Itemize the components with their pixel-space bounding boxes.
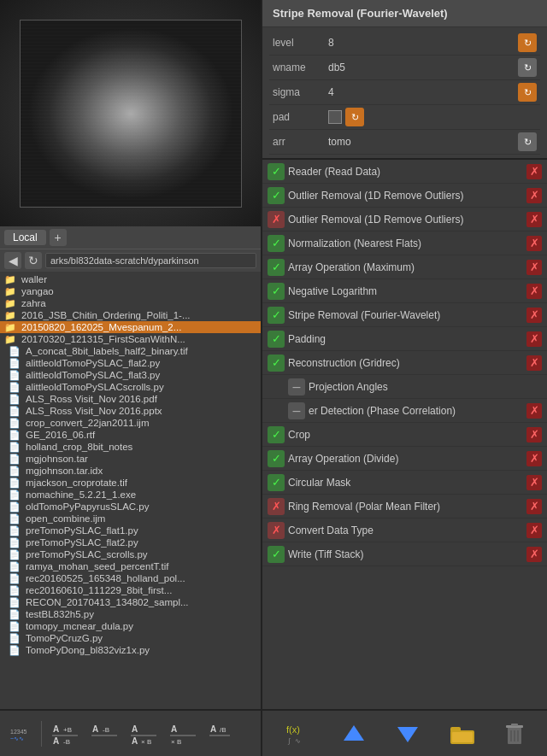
- pipeline-item[interactable]: ✓Outlier Removal (1D Remove Outliers)✗: [262, 184, 547, 208]
- pipeline-item[interactable]: ✓Crop✗: [262, 423, 547, 447]
- file-list-item[interactable]: nomachine_5.2.21_1.exe: [0, 489, 261, 501]
- pipeline-remove-button[interactable]: ✗: [526, 475, 542, 490]
- file-list-item[interactable]: TomoPyCruzG.py: [0, 632, 261, 644]
- pipeline-remove-button[interactable]: ✗: [526, 236, 542, 251]
- pipeline-remove-button[interactable]: ✗: [526, 212, 542, 227]
- svg-text:∿: ∿: [295, 737, 301, 745]
- nav-back-button[interactable]: ◀: [4, 252, 21, 269]
- file-list-item[interactable]: preTomoPySLAC_scrolls.py: [0, 548, 261, 560]
- file-list-item[interactable]: mjackson_croprotate.tif: [0, 477, 261, 489]
- pipeline-remove-button[interactable]: ✗: [526, 451, 542, 466]
- tab-local[interactable]: Local: [4, 230, 46, 245]
- file-list-item[interactable]: GE_2016_06.rtf: [0, 429, 261, 441]
- pipeline-item[interactable]: ✗Ring Removal (Polar Mean Filter)✗: [262, 495, 547, 519]
- pipeline-item[interactable]: –er Detection (Phase Correlation)✗: [262, 399, 547, 423]
- file-list-item[interactable]: 2016_JSB_Chitin_Ordering_Politi_1-...: [0, 309, 261, 321]
- pipeline-remove-button[interactable]: ✗: [526, 523, 542, 538]
- move-up-button[interactable]: [338, 718, 369, 749]
- prop-level-value: 8: [328, 37, 515, 49]
- a-minus-b-button[interactable]: A -B: [86, 720, 122, 747]
- file-list-item[interactable]: ramya_mohan_seed_percentT.tif: [0, 560, 261, 572]
- move-down-button[interactable]: [392, 718, 423, 749]
- prop-arr-reset[interactable]: ↻: [518, 132, 537, 151]
- pipeline-remove-button[interactable]: ✗: [526, 355, 542, 371]
- prop-pad-reset[interactable]: ↻: [345, 108, 364, 126]
- path-input[interactable]: [45, 253, 256, 268]
- prop-pad: pad ↻: [269, 105, 540, 130]
- pipeline-item[interactable]: ✓Array Operation (Divide)✗: [262, 447, 547, 471]
- file-list-item[interactable]: testBL832h5.py: [0, 608, 261, 620]
- pipeline-remove-button[interactable]: ✗: [526, 499, 542, 514]
- folder-icon: [4, 286, 18, 296]
- pipeline-item[interactable]: ✗Outlier Removal (1D Remove Outliers)✗: [262, 208, 547, 231]
- file-list-item[interactable]: 20170320_121315_FirstScanWithN...: [0, 333, 261, 345]
- pipeline-remove-button[interactable]: ✗: [526, 260, 542, 275]
- file-list-item[interactable]: ALS_Ross Visit_Nov 2016.pdf: [0, 393, 261, 405]
- prop-wname-reset[interactable]: ↻: [518, 58, 537, 77]
- file-list-item[interactable]: zahra: [0, 297, 261, 309]
- folder-icon: [4, 322, 18, 332]
- file-list-item[interactable]: tomopy_mcnear_dula.py: [0, 620, 261, 632]
- file-list-item[interactable]: open_combine.ijm: [0, 513, 261, 525]
- file-list-item[interactable]: alittleoldTomoPySLACscrolls.py: [0, 381, 261, 393]
- file-list-item[interactable]: yangao: [0, 285, 261, 297]
- file-list-item[interactable]: A_concat_8bit_labels_half2_binary.tif: [0, 345, 261, 357]
- pipeline-remove-button[interactable]: ✗: [526, 188, 542, 203]
- pipeline-remove-button[interactable]: ✗: [526, 403, 542, 419]
- pipeline-item[interactable]: –Projection Angles: [262, 375, 547, 399]
- file-list-item[interactable]: RECON_20170413_134802_sampl...: [0, 596, 261, 608]
- file-list-item[interactable]: holland_crop_8bit_notes: [0, 441, 261, 453]
- open-folder-button[interactable]: [447, 720, 478, 747]
- file-list-item[interactable]: preTomoPySLAC_flat2.py: [0, 536, 261, 548]
- file-list-item[interactable]: rec20160525_165348_holland_pol...: [0, 572, 261, 584]
- file-icon: [9, 466, 22, 476]
- pipeline-item-label: Negative Logarithm: [288, 285, 523, 297]
- a-slash-b-button[interactable]: A /B: [204, 720, 235, 747]
- file-list-item[interactable]: mgjohnson.tar.idx: [0, 465, 261, 477]
- add-tab-button[interactable]: +: [50, 229, 67, 246]
- file-icon: [9, 454, 22, 464]
- file-list-item[interactable]: mgjohnson.tar: [0, 453, 261, 465]
- pipeline-item-label: Ring Removal (Polar Mean Filter): [288, 501, 523, 513]
- right-bottom-toolbar: f(x) ∫ ∿: [262, 709, 547, 756]
- file-list-item[interactable]: crop_convert_22jan2011.ijm: [0, 417, 261, 429]
- file-list-item[interactable]: rec20160610_111229_8bit_first...: [0, 584, 261, 596]
- pipeline-item[interactable]: ✓Write (Tiff Stack)✗: [262, 542, 547, 566]
- pipeline-item[interactable]: ✓Stripe Removal (Fourier-Wavelet)✗: [262, 303, 547, 327]
- pipeline-item[interactable]: ✗Convert Data Type✗: [262, 519, 547, 542]
- pipeline-item[interactable]: ✓Reader (Read Data)✗: [262, 160, 547, 184]
- a-div-b-top-button[interactable]: A A × B: [126, 720, 162, 747]
- file-list-item[interactable]: oldTomoPyPapyrusSLAC.py: [0, 501, 261, 513]
- pipeline-status-icon: ✓: [268, 307, 285, 324]
- file-list-item[interactable]: preTomoPySLAC_flat1.py: [0, 525, 261, 536]
- pipeline-remove-button[interactable]: ✗: [526, 547, 542, 562]
- pipeline-remove-button[interactable]: ✗: [526, 308, 542, 323]
- pipeline-remove-button[interactable]: ✗: [526, 331, 542, 347]
- pipeline-item[interactable]: ✓Padding✗: [262, 327, 547, 351]
- pipeline-remove-button[interactable]: ✗: [526, 164, 542, 179]
- pipeline-item[interactable]: ✓Negative Logarithm✗: [262, 279, 547, 303]
- file-icon: [9, 513, 22, 524]
- prop-pad-checkbox[interactable]: [328, 110, 342, 124]
- pipeline-remove-button[interactable]: ✗: [526, 427, 542, 442]
- a-div-b-bottom-button[interactable]: A × B: [165, 720, 201, 747]
- pipeline-remove-button[interactable]: ✗: [526, 284, 542, 299]
- file-list-item[interactable]: alittleoldTomoPySLAC_flat3.py: [0, 369, 261, 381]
- function-button[interactable]: f(x) ∫ ∿: [281, 718, 315, 750]
- file-list-item[interactable]: TomoPyDong_bl832viz1x.py: [0, 644, 261, 656]
- file-list-item[interactable]: waller: [0, 273, 261, 285]
- file-list-item[interactable]: alittleoldTomoPySLAC_flat2.py: [0, 357, 261, 369]
- pipeline-item[interactable]: ✓Array Operation (Maximum)✗: [262, 255, 547, 279]
- a-plus-b-button[interactable]: A +B A -B: [47, 720, 83, 747]
- file-list-item[interactable]: ALS_Ross Visit_Nov 2016.pptx: [0, 405, 261, 417]
- file-item-label: ramya_mohan_seed_percentT.tif: [26, 561, 169, 571]
- delete-button[interactable]: [501, 718, 528, 749]
- prop-sigma-reset[interactable]: ↻: [518, 83, 537, 102]
- nav-refresh-button[interactable]: ↻: [25, 252, 42, 269]
- pipeline-item[interactable]: ✓Normalization (Nearest Flats)✗: [262, 231, 547, 255]
- pipeline-item[interactable]: ✓Reconstruction (Gridrec)✗: [262, 351, 547, 375]
- pipeline-item[interactable]: ✓Circular Mask✗: [262, 471, 547, 495]
- prop-level-reset[interactable]: ↻: [518, 33, 537, 52]
- file-list-item[interactable]: 20150820_162025_Mvespanum_2...: [0, 321, 261, 333]
- path-bar: ◀ ↻: [0, 249, 261, 272]
